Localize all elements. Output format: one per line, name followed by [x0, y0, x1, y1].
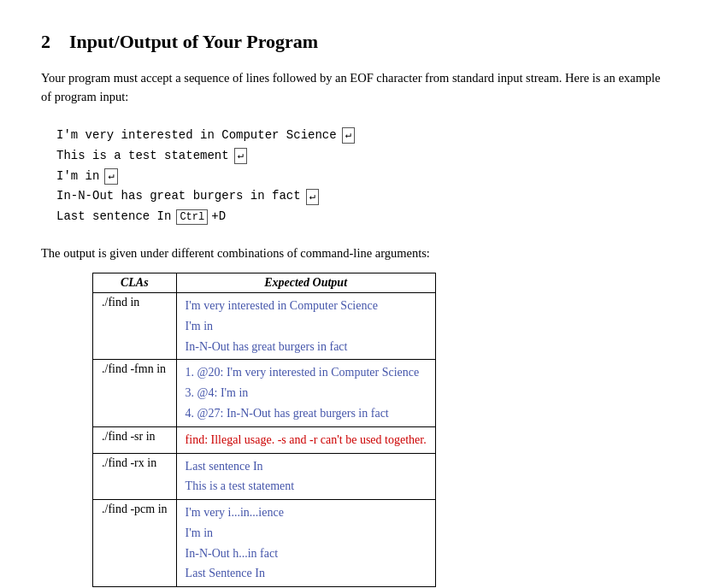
- table-header-cla: CLAs: [93, 273, 177, 292]
- output-intro-text: The output is given under different comb…: [41, 246, 666, 261]
- output-line-2-2: 3. @4: I'm in: [186, 383, 427, 403]
- output-line-4-1: Last sentence In: [186, 456, 427, 477]
- input-text-3: I'm in: [56, 167, 99, 187]
- output-cell-3: find: Illegal usage. -s and -r can't be …: [176, 426, 435, 453]
- ctrl-key: Ctrl: [176, 209, 208, 226]
- table-row-1: ./find in I'm very interested in Compute…: [93, 292, 436, 359]
- output-line-1-1: I'm very interested in Computer Science: [186, 296, 427, 316]
- output-line-5-1: I'm very i...in...ience: [186, 503, 427, 523]
- output-table: CLAs Expected Output ./find in I'm very …: [92, 273, 436, 587]
- table-row-2: ./find -fmn in 1. @20: I'm very interest…: [93, 360, 436, 426]
- enter-key-4: ↵: [306, 189, 319, 205]
- section-number: 2: [41, 31, 50, 52]
- input-line-5: Last sentence In Ctrl +D: [56, 207, 666, 227]
- output-line-2-1: 1. @20: I'm very interested in Computer …: [186, 362, 427, 383]
- plus-d-text: +D: [211, 207, 226, 227]
- output-line-4-2: This is a test statement: [186, 476, 427, 497]
- input-text-2: This is a test statement: [56, 146, 229, 167]
- output-cell-5: I'm very i...in...ience I'm in In-N-Out …: [176, 500, 435, 587]
- input-line-1: I'm very interested in Computer Science …: [56, 126, 666, 146]
- output-cell-4: Last sentence In This is a test statemen…: [176, 453, 435, 500]
- enter-key-3: ↵: [104, 168, 117, 185]
- input-text-5: Last sentence In: [56, 207, 171, 227]
- cla-cell-5: ./find -pcm in: [93, 500, 177, 587]
- table-row-5: ./find -pcm in I'm very i...in...ience I…: [93, 500, 436, 587]
- cla-cell-2: ./find -fmn in: [93, 360, 177, 426]
- input-line-3: I'm in ↵: [56, 167, 666, 187]
- input-line-4: In-N-Out has great burgers in fact ↵: [56, 186, 666, 207]
- output-line-5-2: I'm in: [186, 523, 427, 544]
- output-cell-1: I'm very interested in Computer Science …: [176, 292, 435, 359]
- section-title-text: Input/Output of Your Program: [69, 31, 318, 52]
- input-text-4: In-N-Out has great burgers in fact: [56, 186, 301, 207]
- output-line-3-1: find: Illegal usage. -s and -r can't be …: [186, 430, 427, 450]
- enter-key-2: ↵: [234, 148, 247, 164]
- cla-cell-1: ./find in: [93, 292, 177, 359]
- table-row-4: ./find -rx in Last sentence In This is a…: [93, 453, 436, 500]
- output-line-2-3: 4. @27: In-N-Out has great burgers in fa…: [186, 403, 427, 424]
- output-cell-2: 1. @20: I'm very interested in Computer …: [176, 360, 435, 426]
- output-line-1-2: I'm in: [186, 316, 427, 337]
- section-header: 2 Input/Output of Your Program: [41, 31, 666, 53]
- table-row-3: ./find -sr in find: Illegal usage. -s an…: [93, 426, 436, 453]
- output-line-5-4: Last Sentence In: [186, 563, 427, 584]
- program-input-block: I'm very interested in Computer Science …: [56, 126, 666, 227]
- enter-key-1: ↵: [342, 127, 355, 144]
- input-text-1: I'm very interested in Computer Science: [56, 126, 337, 146]
- cla-cell-4: ./find -rx in: [93, 453, 177, 500]
- cla-cell-3: ./find -sr in: [93, 426, 177, 453]
- output-line-1-3: In-N-Out has great burgers in fact: [186, 337, 427, 357]
- table-header-output: Expected Output: [176, 273, 435, 292]
- input-line-2: This is a test statement ↵: [56, 146, 666, 167]
- intro-paragraph: Your program must accept a sequence of l…: [41, 68, 666, 107]
- output-line-5-3: In-N-Out h...in fact: [186, 544, 427, 564]
